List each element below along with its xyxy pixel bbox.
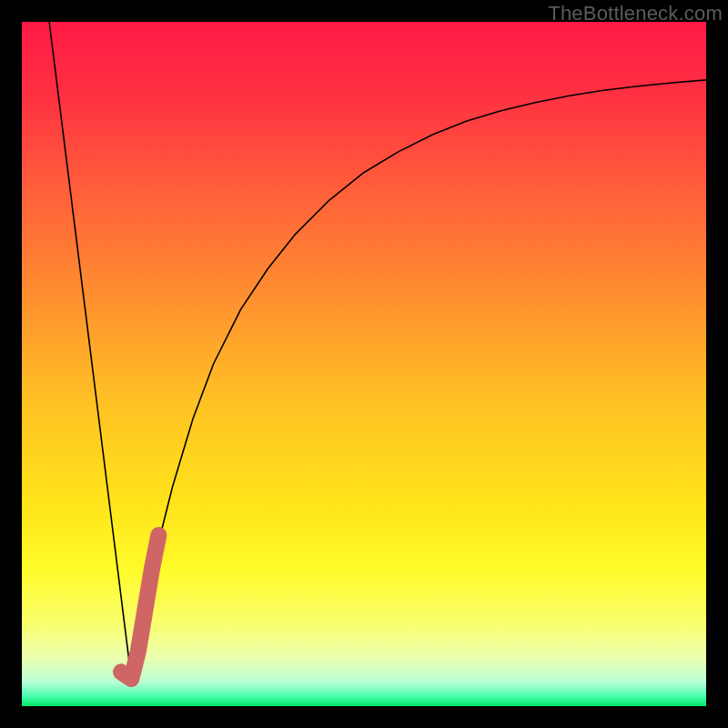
curves-layer [22, 22, 706, 706]
accent-hook [121, 535, 158, 679]
plot-area [22, 22, 706, 706]
left-line [49, 22, 131, 679]
chart-frame: TheBottleneck.com [0, 0, 728, 728]
right-curve [131, 80, 706, 679]
